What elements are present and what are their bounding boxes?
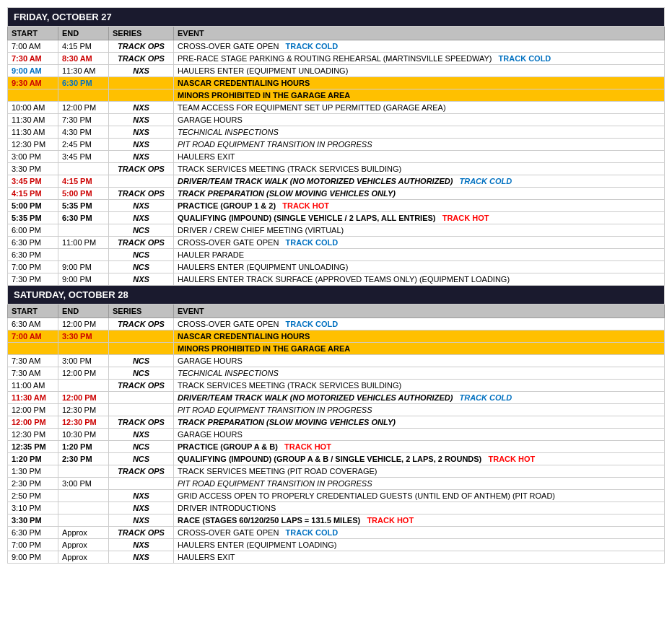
- track-cold-badge: TRACK COLD: [286, 238, 339, 247]
- table-row: 11:00 AM TRACK OPS TRACK SERVICES MEETIN…: [8, 380, 665, 392]
- table-row: 12:35 PM 1:20 PM NCS PRACTICE (GROUP A &…: [8, 441, 665, 453]
- friday-header: FRIDAY, OCTOBER 27: [8, 8, 665, 27]
- table-row: 3:10 PM NXS DRIVER INTRODUCTIONS: [8, 502, 665, 514]
- table-row: 9:30 AM 6:30 PM NASCAR CREDENTIALING HOU…: [8, 77, 665, 89]
- table-row: 6:30 AM 12:00 PM TRACK OPS CROSS-OVER GA…: [8, 318, 665, 330]
- track-hot-badge: TRACK HOT: [367, 516, 414, 525]
- table-row: 4:15 PM 5:00 PM TRACK OPS TRACK PREPARAT…: [8, 188, 665, 200]
- table-row: 11:30 AM 12:00 PM DRIVER/TEAM TRACK WALK…: [8, 392, 665, 404]
- table-row: MINORS PROHIBITED IN THE GARAGE AREA: [8, 89, 665, 102]
- table-row: 1:30 PM TRACK OPS TRACK SERVICES MEETING…: [8, 465, 665, 478]
- track-cold-badge: TRACK COLD: [286, 528, 339, 537]
- table-row: 2:30 PM 3:00 PM PIT ROAD EQUIPMENT TRANS…: [8, 478, 665, 490]
- table-row: 7:00 PM 9:00 PM NCS HAULERS ENTER (EQUIP…: [8, 261, 665, 273]
- table-row: 11:30 AM 7:30 PM NXS GARAGE HOURS: [8, 114, 665, 126]
- table-row: 3:30 PM TRACK OPS TRACK SERVICES MEETING…: [8, 163, 665, 175]
- table-row: 12:00 PM 12:30 PM PIT ROAD EQUIPMENT TRA…: [8, 404, 665, 416]
- track-cold-badge: TRACK COLD: [286, 42, 339, 51]
- friday-col-start: START: [8, 27, 58, 40]
- table-row: 12:30 PM 2:45 PM NXS PIT ROAD EQUIPMENT …: [8, 139, 665, 151]
- table-row: 9:00 PM Approx NXS HAULERS EXIT: [8, 551, 665, 564]
- table-row: 6:30 PM Approx TRACK OPS CROSS-OVER GATE…: [8, 527, 665, 539]
- saturday-col-event: EVENT: [174, 305, 665, 318]
- table-row: 6:00 PM NCS DRIVER / CREW CHIEF MEETING …: [8, 224, 665, 237]
- table-row: 9:00 AM 11:30 AM NXS HAULERS ENTER (EQUI…: [8, 65, 665, 77]
- track-hot-badge: TRACK HOT: [442, 214, 489, 222]
- table-row: 7:30 PM 9:00 PM NXS HAULERS ENTER TRACK …: [8, 273, 665, 286]
- table-row: 12:00 PM 12:30 PM TRACK OPS TRACK PREPAR…: [8, 416, 665, 429]
- table-row: 6:30 PM NCS HAULER PARADE: [8, 249, 665, 261]
- table-row: 7:30 AM 12:00 PM NCS TECHNICAL INSPECTIO…: [8, 367, 665, 380]
- table-row: 7:30 AM 3:00 PM NCS GARAGE HOURS: [8, 355, 665, 367]
- table-row: MINORS PROHIBITED IN THE GARAGE AREA: [8, 343, 665, 355]
- table-row: 5:00 PM 5:35 PM NXS PRACTICE (GROUP 1 & …: [8, 200, 665, 212]
- table-row: 5:35 PM 6:30 PM NXS QUALIFYING (IMPOUND)…: [8, 212, 665, 224]
- table-row: 10:00 AM 12:00 PM NXS TEAM ACCESS FOR EQ…: [8, 102, 665, 114]
- saturday-col-end: END: [58, 305, 109, 318]
- friday-col-end: END: [58, 27, 109, 40]
- table-row: 11:30 AM 4:30 PM NXS TECHNICAL INSPECTIO…: [8, 126, 665, 139]
- table-row: 7:00 PM Approx NXS HAULERS ENTER (EQUIPM…: [8, 539, 665, 551]
- table-row: 12:30 PM 10:30 PM NXS GARAGE HOURS: [8, 429, 665, 441]
- table-row: 3:45 PM 4:15 PM DRIVER/TEAM TRACK WALK (…: [8, 175, 665, 188]
- track-hot-badge: TRACK HOT: [282, 201, 329, 210]
- track-hot-badge: TRACK HOT: [488, 455, 535, 463]
- table-row: 2:50 PM NXS GRID ACCESS OPEN TO PROPERLY…: [8, 490, 665, 502]
- friday-col-event: EVENT: [174, 27, 665, 40]
- table-row: 1:20 PM 2:30 PM NCS QUALIFYING (IMPOUND)…: [8, 453, 665, 465]
- table-row: 7:00 AM 4:15 PM TRACK OPS CROSS-OVER GAT…: [8, 40, 665, 53]
- table-row: 7:00 AM 3:30 PM NASCAR CREDENTIALING HOU…: [8, 330, 665, 343]
- table-row: 6:30 PM 11:00 PM TRACK OPS CROSS-OVER GA…: [8, 237, 665, 249]
- saturday-header: SATURDAY, OCTOBER 28: [8, 286, 665, 305]
- track-cold-badge: TRACK COLD: [499, 54, 551, 63]
- saturday-col-start: START: [8, 305, 58, 318]
- table-row: 3:30 PM NXS RACE (STAGES 60/120/250 LAPS…: [8, 514, 665, 527]
- table-row: 3:00 PM 3:45 PM NXS HAULERS EXIT: [8, 151, 665, 163]
- track-hot-badge: TRACK HOT: [284, 442, 331, 451]
- track-cold-badge: TRACK COLD: [460, 393, 512, 402]
- schedule-table: FRIDAY, OCTOBER 27 START END SERIES EVEN…: [7, 7, 665, 564]
- track-cold-badge: TRACK COLD: [460, 177, 512, 185]
- table-row: 7:30 AM 8:30 AM TRACK OPS PRE-RACE STAGE…: [8, 53, 665, 65]
- friday-col-series: SERIES: [109, 27, 174, 40]
- track-cold-badge: TRACK COLD: [286, 320, 339, 328]
- saturday-col-series: SERIES: [109, 305, 174, 318]
